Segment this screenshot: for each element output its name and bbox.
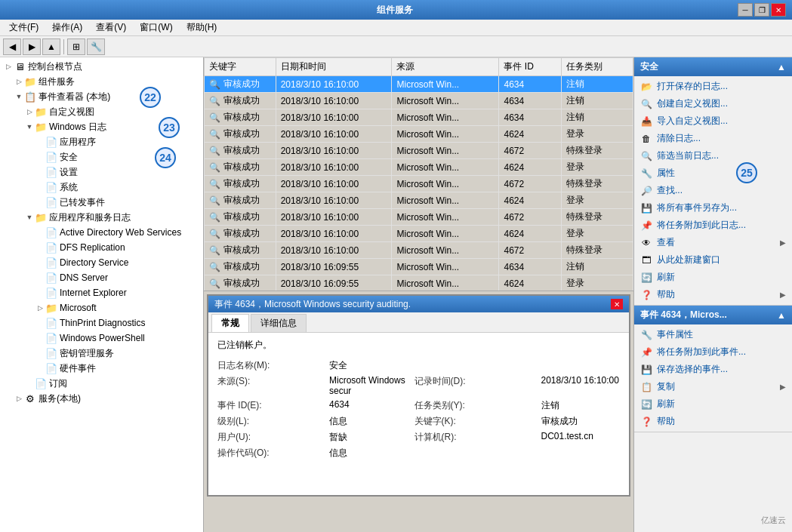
action-item[interactable]: ❓ 帮助 bbox=[634, 413, 792, 430]
action-item[interactable]: 📌 将任务附加到此事件... bbox=[634, 343, 792, 361]
menu-help[interactable]: 帮助(H) bbox=[180, 20, 223, 35]
action-icon: 📌 bbox=[640, 220, 652, 232]
cell-source: Microsoft Win... bbox=[392, 275, 499, 292]
action-item[interactable]: 🗔 从此处新建窗口 bbox=[634, 251, 792, 269]
cell-eventid: 4672 bbox=[499, 176, 562, 192]
forward-button[interactable]: ▶ bbox=[23, 38, 41, 55]
table-row[interactable]: 🔍 审核成功 2018/3/10 16:10:00 Microsoft Win.… bbox=[205, 109, 633, 126]
table-row[interactable]: 🔍 审核成功 2018/3/10 16:10:00 Microsoft Win.… bbox=[205, 176, 633, 192]
sidebar-item-cert-mgmt[interactable]: 📄 密钥管理服务 bbox=[0, 346, 203, 361]
cell-taskcategory: 特殊登录 bbox=[562, 176, 633, 192]
sidebar-item-powershell[interactable]: 📄 Windows PowerShell bbox=[0, 331, 203, 346]
cell-source: Microsoft Win... bbox=[392, 176, 499, 192]
keyword-value: 审核成功 bbox=[223, 94, 260, 107]
keyword-value: 审核成功 bbox=[223, 78, 260, 91]
cell-eventid: 4634 bbox=[499, 259, 562, 275]
table-row[interactable]: 🔍 审核成功 2018/3/10 16:10:00 Microsoft Win.… bbox=[205, 76, 633, 93]
sidebar-item-dfs-replication[interactable]: 📄 DFS Replication bbox=[0, 240, 203, 255]
table-row[interactable]: 🔍 审核成功 2018/3/10 16:10:00 Microsoft Win.… bbox=[205, 209, 633, 226]
col-datetime: 日期和时间 bbox=[276, 58, 392, 76]
sidebar-item-component-services[interactable]: ▷ 📁 组件服务 bbox=[0, 74, 203, 89]
up-button[interactable]: ▲ bbox=[42, 38, 60, 55]
menu-window[interactable]: 窗口(W) bbox=[134, 20, 178, 35]
table-row[interactable]: 🔍 审核成功 2018/3/10 16:10:00 Microsoft Win.… bbox=[205, 126, 633, 143]
cell-keyword: 🔍 审核成功 bbox=[205, 93, 276, 109]
action-item[interactable]: 🔍 筛选当前日志... bbox=[634, 147, 792, 165]
detail-tabs: 常规 详细信息 bbox=[208, 312, 629, 333]
sidebar-item-dns-server[interactable]: 📄 DNS Server bbox=[0, 270, 203, 285]
collapse-icon[interactable]: ▲ bbox=[777, 310, 786, 321]
action-label: 将任务附加到此事件... bbox=[657, 346, 746, 358]
collapse-icon[interactable]: ▲ bbox=[777, 62, 786, 72]
cell-source: Microsoft Win... bbox=[392, 159, 499, 176]
sidebar-item-custom-views[interactable]: ▷ 📁 自定义视图 bbox=[0, 104, 203, 119]
event-table: 关键字 日期和时间 来源 事件 ID 任务类别 🔍 审核成功 2018/3/10… bbox=[204, 57, 633, 291]
sidebar-item-setup-log[interactable]: 📄 设置 bbox=[0, 165, 203, 180]
menu-bar: 文件(F) 操作(A) 查看(V) 窗口(W) 帮助(H) bbox=[0, 20, 792, 36]
sidebar-item-thinprint[interactable]: 📄 ThinPrint Diagnostics bbox=[0, 315, 203, 331]
sidebar-item-local-service[interactable]: ▷ ⚙ 服务(本地) bbox=[0, 391, 203, 406]
sidebar-item-subscription[interactable]: 📄 订阅 bbox=[0, 376, 203, 391]
window-controls[interactable]: ─ ❐ ✕ bbox=[738, 3, 786, 17]
action-item[interactable]: 📋 复制 ▶ bbox=[634, 378, 792, 395]
action-item[interactable]: 🔍 创建自定义视图... bbox=[634, 95, 792, 112]
tree-node-label: 安全 bbox=[60, 151, 78, 164]
table-row[interactable]: 🔍 审核成功 2018/3/10 16:09:55 Microsoft Win.… bbox=[205, 275, 633, 292]
action-icon: 💾 bbox=[640, 202, 652, 214]
tree-node-label: 硬件事件 bbox=[60, 362, 96, 375]
sidebar-item-windows-logs[interactable]: ▼ 📁 Windows 日志 bbox=[0, 119, 203, 134]
action-item[interactable]: 🔧 属性 bbox=[634, 165, 792, 182]
show-hide-button[interactable]: ⊞ bbox=[67, 38, 85, 55]
tab-general[interactable]: 常规 bbox=[211, 314, 249, 332]
table-row[interactable]: 🔍 审核成功 2018/3/10 16:10:00 Microsoft Win.… bbox=[205, 143, 633, 159]
sidebar-item-app-svc-logs[interactable]: ▼ 📁 应用程序和服务日志 bbox=[0, 210, 203, 225]
sidebar-item-ad-web-svc[interactable]: 📄 Active Directory Web Services bbox=[0, 225, 203, 240]
close-button[interactable]: ✕ bbox=[771, 3, 786, 17]
action-item[interactable]: 📌 将任务附加到此日志... bbox=[634, 217, 792, 234]
menu-action[interactable]: 操作(A) bbox=[46, 20, 88, 35]
sidebar-item-forwarded-log[interactable]: 📄 已转发事件 bbox=[0, 195, 203, 210]
table-row[interactable]: 🔍 审核成功 2018/3/10 16:10:00 Microsoft Win.… bbox=[205, 192, 633, 209]
tab-detail[interactable]: 详细信息 bbox=[251, 314, 307, 332]
sidebar-item-system-log[interactable]: 📄 系统 bbox=[0, 180, 203, 195]
back-button[interactable]: ◀ bbox=[3, 38, 21, 55]
table-row[interactable]: 🔍 审核成功 2018/3/10 16:10:00 Microsoft Win.… bbox=[205, 242, 633, 259]
sidebar-item-internet-explorer[interactable]: 📄 Internet Explorer bbox=[0, 285, 203, 300]
detail-close-button[interactable]: ✕ bbox=[611, 299, 623, 309]
search-icon: 🔍 bbox=[209, 79, 220, 90]
action-item[interactable]: 👁 查看 ▶ bbox=[634, 234, 792, 251]
action-item[interactable]: 🔧 事件属性 bbox=[634, 326, 792, 343]
action-item[interactable]: 📂 打开保存的日志... bbox=[634, 78, 792, 95]
menu-view[interactable]: 查看(V) bbox=[90, 20, 132, 35]
sidebar-item-console-root[interactable]: ▷ 🖥 控制台根节点 bbox=[0, 59, 203, 74]
properties-button[interactable]: 🔧 bbox=[87, 38, 105, 55]
action-item[interactable]: 💾 将所有事件另存为... bbox=[634, 199, 792, 217]
sidebar-item-directory-service[interactable]: 📄 Directory Service bbox=[0, 255, 203, 270]
action-item[interactable]: ❓ 帮助 ▶ bbox=[634, 286, 792, 303]
menu-file[interactable]: 文件(F) bbox=[3, 20, 45, 35]
table-row[interactable]: 🔍 审核成功 2018/3/10 16:10:00 Microsoft Win.… bbox=[205, 159, 633, 176]
action-item[interactable]: 📥 导入自定义视图... bbox=[634, 112, 792, 130]
sidebar-item-microsoft[interactable]: ▷ 📁 Microsoft bbox=[0, 300, 203, 315]
tree-expand-icon bbox=[35, 348, 45, 358]
sidebar-item-security-log[interactable]: 📄 安全 bbox=[0, 149, 203, 165]
sidebar-item-event-viewer[interactable]: ▼ 📋 事件查看器 (本地) bbox=[0, 89, 203, 104]
action-item[interactable]: 💾 保存选择的事件... bbox=[634, 361, 792, 378]
action-item[interactable]: 🔎 查找... bbox=[634, 182, 792, 199]
cell-source: Microsoft Win... bbox=[392, 242, 499, 259]
sidebar-item-app-log[interactable]: 📄 应用程序 bbox=[0, 134, 203, 149]
cell-taskcategory: 登录 bbox=[562, 126, 633, 143]
minimize-button[interactable]: ─ bbox=[738, 3, 753, 17]
restore-button[interactable]: ❐ bbox=[754, 3, 769, 17]
action-item[interactable]: 🔄 刷新 bbox=[634, 395, 792, 413]
table-row[interactable]: 🔍 审核成功 2018/3/10 16:10:00 Microsoft Win.… bbox=[205, 93, 633, 109]
action-item[interactable]: 🗑 清除日志... bbox=[634, 130, 792, 147]
table-row[interactable]: 🔍 审核成功 2018/3/10 16:10:00 Microsoft Win.… bbox=[205, 226, 633, 242]
action-label: 将所有事件另存为... bbox=[657, 201, 737, 214]
action-icon: 🔧 bbox=[640, 168, 652, 180]
tree-expand-icon: ▷ bbox=[24, 106, 35, 117]
search-icon: 🔍 bbox=[209, 278, 220, 289]
action-item[interactable]: 🔄 刷新 bbox=[634, 269, 792, 286]
table-row[interactable]: 🔍 审核成功 2018/3/10 16:09:55 Microsoft Win.… bbox=[205, 259, 633, 275]
sidebar-item-hardware-event[interactable]: 📄 硬件事件 bbox=[0, 361, 203, 376]
